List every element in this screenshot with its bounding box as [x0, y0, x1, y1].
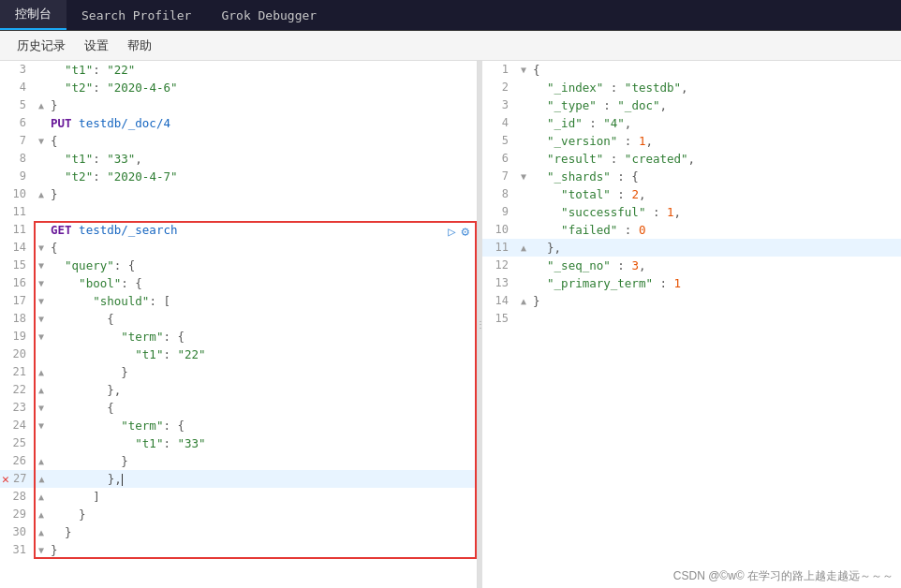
code-line: 5 ▲ }: [0, 96, 477, 114]
fold-icon[interactable]: ▲: [34, 523, 49, 541]
code-line-highlighted: 11 ▲ },: [482, 239, 901, 257]
code-line: 15 ▼ "query": {: [0, 257, 477, 274]
main-content: 3 "t1": "22" 4 "t2": "2020-4-6" 5 ▲ } 6 …: [0, 61, 901, 588]
fold-icon[interactable]: ▼: [34, 399, 49, 417]
code-line: 21 ▲ }: [0, 363, 477, 381]
code-line-get: 11 GET testdb/_search ▷ ⚙: [0, 221, 477, 239]
nav-item-grok-debugger[interactable]: Grok Debugger: [206, 0, 332, 30]
fold-icon[interactable]: ▼: [34, 328, 49, 345]
code-line: 25 "t1": "33": [0, 434, 477, 452]
right-code-output: 1 ▼ { 2 "_index" : "testdb", 3 "_type" :…: [482, 61, 901, 588]
code-line: 3 "t1": "22": [0, 61, 477, 79]
code-line: 10 ▲ }: [0, 185, 477, 203]
menu-history[interactable]: 历史记录: [7, 34, 75, 58]
fold-icon[interactable]: ▲: [34, 488, 49, 506]
menu-help[interactable]: 帮助: [118, 34, 161, 58]
code-line: 19 ▼ "term": {: [0, 328, 477, 345]
nav-item-console[interactable]: 控制台: [0, 0, 66, 30]
fold-icon[interactable]: ▼: [34, 257, 49, 274]
footer-watermark: CSDN @©w© 在学习的路上越走越远～～～: [673, 568, 894, 584]
code-line: 9 "t2": "2020-4-7": [0, 168, 477, 185]
fold-icon[interactable]: ▼: [34, 274, 49, 292]
fold-icon[interactable]: ▼: [34, 417, 49, 434]
code-line-cursor: ✕ 27 ▲ },: [0, 470, 477, 488]
code-line: 14 ▲ }: [482, 292, 901, 310]
fold-icon[interactable]: ▲: [34, 363, 49, 381]
code-line: 5 "_version" : 1,: [482, 132, 901, 150]
fold-icon[interactable]: ▲: [34, 381, 49, 399]
fold-icon[interactable]: ▲: [34, 185, 49, 203]
fold-icon[interactable]: ▼: [34, 132, 49, 150]
code-line: 3 "_type" : "_doc",: [482, 96, 901, 114]
top-navigation: 控制台 Search Profiler Grok Debugger: [0, 0, 901, 31]
nav-item-search-profiler[interactable]: Search Profiler: [66, 0, 206, 30]
fold-icon[interactable]: ▲: [34, 506, 49, 523]
code-line: 4 "_id" : "4",: [482, 114, 901, 132]
fold-icon[interactable]: ▼: [34, 541, 49, 559]
code-line: 28 ▲ ]: [0, 488, 477, 506]
code-line: 24 ▼ "term": {: [0, 417, 477, 434]
fold-icon[interactable]: ▲: [34, 452, 49, 470]
fold-icon[interactable]: ▼: [34, 239, 49, 257]
code-line: 2 "_index" : "testdb",: [482, 79, 901, 96]
fold-icon[interactable]: ▼: [516, 168, 531, 185]
fold-icon[interactable]: ▼: [34, 292, 49, 310]
code-line: 4 "t2": "2020-4-6": [0, 79, 477, 96]
fold-icon[interactable]: ▲: [34, 96, 49, 114]
code-line: 11: [0, 203, 477, 221]
code-line: 12 "_seq_no" : 3,: [482, 257, 901, 274]
code-line: 31 ▼ }: [0, 541, 477, 559]
code-line: 30 ▲ }: [0, 523, 477, 541]
fold-icon[interactable]: ▼: [34, 310, 49, 328]
error-icon[interactable]: ✕: [2, 470, 9, 488]
code-line: 13 "_primary_term" : 1: [482, 274, 901, 292]
code-line: 6 PUT testdb/_doc/4: [0, 114, 477, 132]
code-line: 29 ▲ }: [0, 506, 477, 523]
right-output-panel: 1 ▼ { 2 "_index" : "testdb", 3 "_type" :…: [482, 61, 901, 588]
code-line: 15: [482, 310, 901, 328]
code-line: 10 "failed" : 0: [482, 221, 901, 239]
fold-icon[interactable]: ▼: [516, 61, 531, 79]
left-editor-panel: 3 "t1": "22" 4 "t2": "2020-4-6" 5 ▲ } 6 …: [0, 61, 478, 588]
code-line: 8 "t1": "33",: [0, 150, 477, 168]
code-line: 14 ▼ {: [0, 239, 477, 257]
code-line: 18 ▼ {: [0, 310, 477, 328]
code-line: 6 "result" : "created",: [482, 150, 901, 168]
code-line: 22 ▲ },: [0, 381, 477, 399]
code-line: 9 "successful" : 1,: [482, 203, 901, 221]
code-line: 17 ▼ "should": [: [0, 292, 477, 310]
fold-icon[interactable]: ▲: [516, 292, 531, 310]
code-line: 16 ▼ "bool": {: [0, 274, 477, 292]
menu-bar: 历史记录 设置 帮助: [0, 31, 901, 61]
code-line: 1 ▼ {: [482, 61, 901, 79]
code-line: 20 "t1": "22": [0, 345, 477, 363]
code-line: 7 ▼ {: [0, 132, 477, 150]
code-line: 23 ▼ {: [0, 399, 477, 417]
code-line: 26 ▲ }: [0, 452, 477, 470]
fold-icon[interactable]: ▲: [516, 239, 531, 257]
code-line: 7 ▼ "_shards" : {: [482, 168, 901, 185]
code-line: 8 "total" : 2,: [482, 185, 901, 203]
fold-icon[interactable]: ▲: [34, 470, 49, 488]
menu-settings[interactable]: 设置: [75, 34, 118, 58]
left-code-editor[interactable]: 3 "t1": "22" 4 "t2": "2020-4-6" 5 ▲ } 6 …: [0, 61, 477, 588]
